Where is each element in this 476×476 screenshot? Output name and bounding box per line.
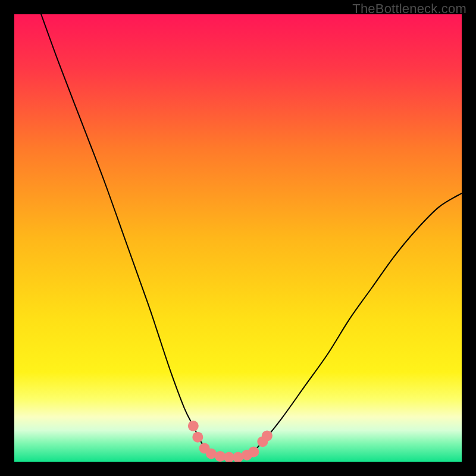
gradient-background: [14, 14, 462, 462]
highlight-marker: [262, 430, 273, 441]
outer-frame: TheBottleneck.com: [0, 0, 476, 476]
bottleneck-chart: [14, 14, 462, 462]
highlight-marker: [192, 432, 203, 443]
highlight-marker: [248, 446, 259, 457]
plot-area: [14, 14, 462, 462]
highlight-marker: [188, 421, 199, 431]
